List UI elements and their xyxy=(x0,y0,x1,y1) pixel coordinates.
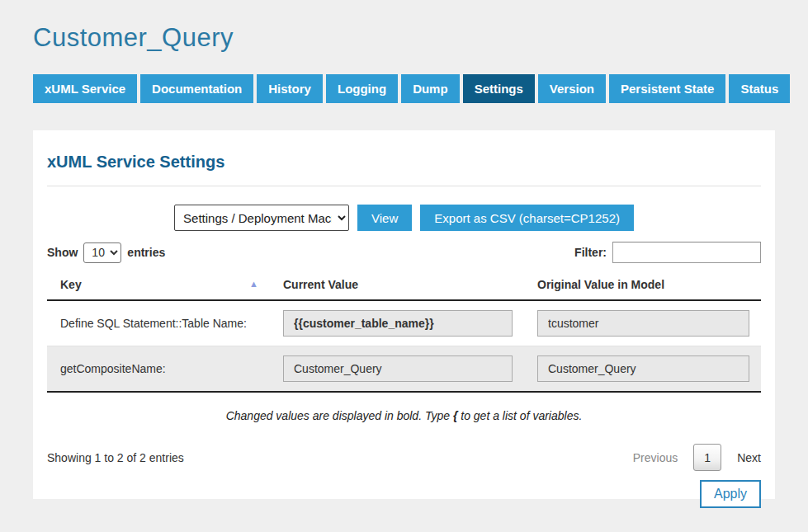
current-value-input[interactable] xyxy=(283,355,513,382)
tab-documentation[interactable]: Documentation xyxy=(140,74,253,103)
tab-settings[interactable]: Settings xyxy=(463,74,535,103)
column-header-key[interactable]: Key ▲ xyxy=(47,271,270,299)
table-note: Changed values are displayed in bold. Ty… xyxy=(47,409,761,422)
table-header-row: Key ▲ Current Value Original Value in Mo… xyxy=(47,271,761,301)
showing-entries-text: Showing 1 to 2 of 2 entries xyxy=(47,451,184,464)
entries-count-select[interactable]: 10 xyxy=(83,242,121,263)
page: Customer_Query xUML Service Documentatio… xyxy=(0,0,808,532)
tab-logging[interactable]: Logging xyxy=(326,74,398,103)
macro-controls-row: Settings / Deployment Macros View Export… xyxy=(47,205,761,231)
sort-asc-icon: ▲ xyxy=(249,279,258,289)
show-entries-control: Show 10 entries xyxy=(47,242,165,263)
row-key-label: getCompositeName: xyxy=(47,353,270,384)
tab-dump[interactable]: Dump xyxy=(401,74,460,103)
filter-control: Filter: xyxy=(574,242,761,263)
tab-bar: xUML Service Documentation History Loggi… xyxy=(33,74,775,103)
export-csv-button[interactable]: Export as CSV (charset=CP1252) xyxy=(420,205,634,231)
macro-select[interactable]: Settings / Deployment Macros xyxy=(174,205,349,231)
apply-button[interactable]: Apply xyxy=(700,480,761,508)
table-row: Define SQL Statement::Table Name: xyxy=(47,301,761,346)
next-page-button[interactable]: Next xyxy=(737,451,761,464)
tab-persistent-state[interactable]: Persistent State xyxy=(609,74,725,103)
view-button[interactable]: View xyxy=(357,205,412,231)
column-header-current-value[interactable]: Current Value xyxy=(270,271,524,299)
apply-row: Apply xyxy=(47,480,761,508)
entries-label: entries xyxy=(127,246,165,259)
tab-history[interactable]: History xyxy=(257,74,323,103)
original-value-field xyxy=(537,355,749,382)
tab-status[interactable]: Status xyxy=(729,74,790,103)
table-toolbar: Show 10 entries Filter: xyxy=(47,242,761,263)
original-value-field xyxy=(537,310,749,337)
panel-heading: xUML Service Settings xyxy=(47,130,761,186)
page-number-button[interactable]: 1 xyxy=(693,444,721,471)
show-label: Show xyxy=(47,246,78,259)
pagination: Previous 1 Next xyxy=(633,444,761,471)
row-key-label: Define SQL Statement::Table Name: xyxy=(47,308,270,339)
tab-xuml-service[interactable]: xUML Service xyxy=(33,74,137,103)
filter-input[interactable] xyxy=(612,242,761,263)
settings-table: Key ▲ Current Value Original Value in Mo… xyxy=(47,271,761,393)
settings-panel: xUML Service Settings Settings / Deploym… xyxy=(33,130,775,499)
tab-version[interactable]: Version xyxy=(538,74,606,103)
page-title: Customer_Query xyxy=(33,23,775,53)
table-footer: Showing 1 to 2 of 2 entries Previous 1 N… xyxy=(47,444,761,471)
current-value-input[interactable] xyxy=(283,310,513,337)
previous-page-button[interactable]: Previous xyxy=(633,451,678,464)
table-row: getCompositeName: xyxy=(47,346,761,393)
filter-label: Filter: xyxy=(574,246,607,259)
column-header-original-value[interactable]: Original Value in Model xyxy=(524,271,761,299)
